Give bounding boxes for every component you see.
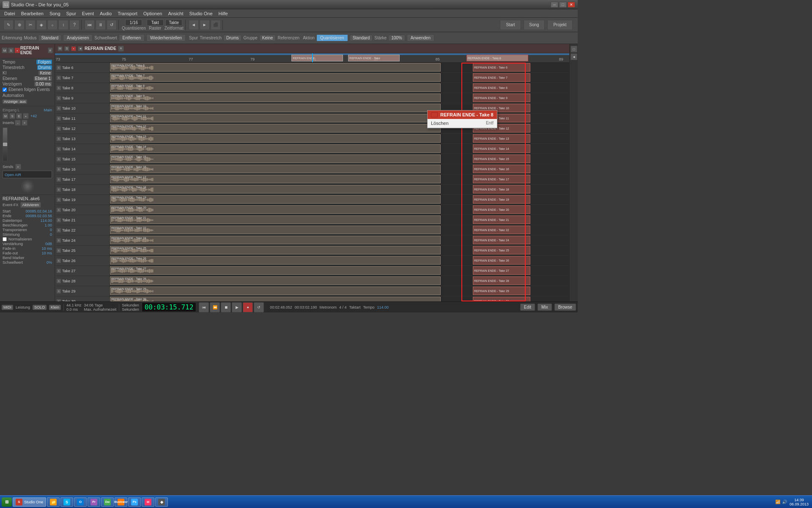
transport-play[interactable]: ▶ bbox=[232, 302, 242, 312]
take-content[interactable]: REFRAIN ENDE - Take 9 REFRAIN ENDE - Tak… bbox=[110, 93, 569, 103]
take-clip[interactable]: REFRAIN ENDE - Take 27 bbox=[110, 266, 441, 275]
transport-loop[interactable]: ↺ bbox=[254, 302, 264, 312]
take-icon[interactable]: s bbox=[57, 137, 61, 141]
transport-stop[interactable]: ⏹ bbox=[221, 302, 231, 312]
take-clip-selected[interactable]: REFRAIN ENDE - Take 30 bbox=[473, 297, 530, 301]
take-content[interactable]: REFRAIN ENDE - Take 30 REFRAIN ENDE - Ta… bbox=[110, 296, 569, 301]
section-menu-btn[interactable]: ≡ bbox=[118, 46, 124, 52]
track-expand-btn[interactable]: ≡ bbox=[48, 47, 53, 53]
mixer-e-btn[interactable]: E bbox=[16, 113, 22, 119]
takte-value[interactable]: Takte bbox=[165, 19, 182, 26]
take-clip-selected[interactable]: REFRAIN ENDE - Take 22 bbox=[473, 226, 530, 234]
right-btn-2[interactable]: ◄ bbox=[571, 53, 577, 60]
take-clip-selected[interactable]: REFRAIN ENDE - Take 26 bbox=[473, 256, 530, 265]
tempo-value[interactable]: Folgen bbox=[36, 60, 52, 64]
tool-btn-6[interactable]: ↕ bbox=[58, 20, 69, 30]
raster-value[interactable]: Takt bbox=[147, 19, 164, 26]
wiederherstellen-btn[interactable]: Wiederherstellen bbox=[146, 34, 186, 41]
take-clip[interactable]: REFRAIN ENDE - Take 17 bbox=[110, 175, 441, 183]
open-air-btn[interactable]: Open AIR bbox=[3, 171, 52, 178]
menu-ansicht[interactable]: Ansicht bbox=[165, 10, 186, 17]
take-clip-selected[interactable]: REFRAIN ENDE - Take 17 bbox=[473, 175, 530, 183]
take-icon[interactable]: s bbox=[57, 116, 61, 121]
take-content[interactable]: REFRAIN ENDE - Take 28 REFRAIN ENDE - Ta… bbox=[110, 276, 569, 286]
take-icon[interactable]: s bbox=[57, 106, 61, 110]
take-clip-selected[interactable]: REFRAIN ENDE - Take 6 bbox=[473, 63, 530, 72]
take-clip[interactable]: REFRAIN ENDE - Take 18 bbox=[110, 185, 441, 193]
tool-btn-5[interactable]: ⬦ bbox=[47, 20, 58, 30]
take-content[interactable]: REFRAIN ENDE - Take 12 REFRAIN ENDE - Ta… bbox=[110, 124, 569, 133]
take-clip[interactable]: REFRAIN ENDE - Take 6 bbox=[110, 63, 441, 72]
take-icon[interactable]: s bbox=[57, 238, 61, 243]
take-icon[interactable]: s bbox=[57, 76, 61, 80]
take-content[interactable]: REFRAIN ENDE - Take 14 REFRAIN ENDE - Ta… bbox=[110, 144, 569, 154]
tool-btn-1[interactable]: ✎ bbox=[3, 20, 14, 30]
menu-event[interactable]: Event bbox=[80, 10, 96, 17]
normalisieren-check[interactable] bbox=[3, 237, 7, 241]
take-content[interactable]: REFRAIN ENDE - Take 22 REFRAIN ENDE - Ta… bbox=[110, 225, 569, 235]
menu-hilfe[interactable]: Hilfe bbox=[216, 10, 230, 17]
play-btn[interactable]: ⏸ bbox=[96, 20, 106, 30]
anwenden-btn[interactable]: Anwenden bbox=[407, 34, 434, 41]
ki-value[interactable]: Keine bbox=[38, 71, 52, 75]
section-s-btn[interactable]: S bbox=[64, 46, 69, 51]
take-content[interactable]: REFRAIN ENDE - Take 15 REFRAIN ENDE - Ta… bbox=[110, 154, 569, 164]
take-content[interactable]: REFRAIN ENDE - Take 21 REFRAIN ENDE - Ta… bbox=[110, 215, 569, 225]
take-clip[interactable]: REFRAIN ENDE - Take 25 bbox=[110, 246, 441, 254]
track-s-btn[interactable]: S bbox=[8, 47, 14, 53]
take-icon[interactable]: s bbox=[57, 157, 61, 161]
take-icon[interactable]: s bbox=[57, 66, 61, 70]
timestretch-value[interactable]: Drums bbox=[37, 65, 52, 70]
take-icon[interactable]: s bbox=[57, 96, 61, 100]
take-icon[interactable]: s bbox=[57, 208, 61, 212]
mixer-rec-btn[interactable]: • bbox=[23, 113, 29, 119]
take-clip[interactable]: REFRAIN ENDE - Take 7 bbox=[110, 73, 441, 82]
take-clip-selected[interactable]: REFRAIN ENDE - Take 25 bbox=[473, 246, 530, 254]
send-knob[interactable] bbox=[21, 180, 34, 193]
take-clip[interactable]: REFRAIN ENDE - Take 14 bbox=[110, 144, 441, 153]
take-clip[interactable]: REFRAIN ENDE - Take 24 bbox=[110, 236, 441, 244]
take-content[interactable]: REFRAIN ENDE - Take 26 REFRAIN ENDE - Ta… bbox=[110, 256, 569, 265]
start-button[interactable]: Start bbox=[500, 20, 521, 30]
transport-prev[interactable]: ⏪ bbox=[210, 302, 220, 312]
minimize-button[interactable]: ─ bbox=[551, 2, 558, 8]
aktivieren-btn[interactable]: Aktivieren bbox=[20, 202, 41, 208]
take-clip[interactable]: REFRAIN ENDE - Take 20 bbox=[110, 205, 441, 214]
take-clip[interactable]: REFRAIN ENDE - Take 16 bbox=[110, 165, 441, 173]
take-content[interactable]: REFRAIN ENDE - Take 18 REFRAIN ENDE - Ta… bbox=[110, 185, 569, 194]
tool-btn-3[interactable]: ✂ bbox=[25, 20, 36, 30]
take-clip[interactable]: REFRAIN ENDE - Take 26 bbox=[110, 256, 441, 265]
take-icon[interactable]: s bbox=[57, 279, 61, 283]
take-icon[interactable]: s bbox=[57, 218, 61, 222]
menu-song[interactable]: Song bbox=[47, 10, 63, 17]
projekt-button[interactable]: Projekt bbox=[547, 20, 573, 30]
take-icon[interactable]: s bbox=[57, 269, 61, 273]
take-clip-selected[interactable]: REFRAIN ENDE - Take 27 bbox=[473, 266, 530, 275]
takes-area[interactable]: s Take 6 REFRAIN ENDE - Take 6 REFRAIN E… bbox=[55, 63, 569, 301]
menu-audio[interactable]: Audio bbox=[97, 10, 114, 17]
take-icon[interactable]: s bbox=[57, 299, 61, 302]
take-clip[interactable]: REFRAIN ENDE - Take 29 bbox=[110, 287, 441, 295]
take-clip-selected[interactable]: REFRAIN ENDE - Take 8 bbox=[473, 83, 530, 92]
menu-studioone[interactable]: Studio One bbox=[187, 10, 215, 17]
mixer-m-btn[interactable]: M bbox=[3, 113, 8, 119]
menu-spur[interactable]: Spur bbox=[64, 10, 79, 17]
ebene-value[interactable]: Ebene 1 bbox=[34, 76, 52, 81]
take-content[interactable]: REFRAIN ENDE - Take 25 REFRAIN ENDE - Ta… bbox=[110, 246, 569, 255]
context-menu-loeschen[interactable]: Löschen Entf bbox=[428, 119, 497, 128]
rewind-btn[interactable]: ⏮ bbox=[85, 20, 95, 30]
take-clip[interactable]: REFRAIN ENDE - Take 11 bbox=[110, 114, 441, 122]
standard-value[interactable]: Standard bbox=[350, 35, 373, 41]
modus-value[interactable]: Standard bbox=[38, 35, 61, 41]
transport-rewind[interactable]: ⏮ bbox=[199, 302, 209, 312]
analysieren-btn[interactable]: Analysieren bbox=[63, 34, 93, 41]
entfernen-btn[interactable]: Entfernen bbox=[119, 34, 145, 41]
take-content[interactable]: REFRAIN ENDE - Take 6 REFRAIN ENDE - Tak… bbox=[110, 63, 569, 72]
take-clip-selected[interactable]: REFRAIN ENDE - Take 18 bbox=[473, 185, 530, 193]
take-content[interactable]: REFRAIN ENDE - Take 7 REFRAIN ENDE - Tak… bbox=[110, 73, 569, 83]
take-content[interactable]: REFRAIN ENDE - Take 24 REFRAIN ENDE - Ta… bbox=[110, 235, 569, 245]
take-clip-selected[interactable]: REFRAIN ENDE - Take 13 bbox=[473, 134, 530, 143]
timeline-header[interactable]: 73 75 77 79 81 83 85 87 89 REFRAIN ENDE … bbox=[55, 53, 569, 63]
take-content[interactable]: REFRAIN ENDE - Take 27 REFRAIN ENDE - Ta… bbox=[110, 266, 569, 276]
take-content[interactable]: REFRAIN ENDE - Take 10 REFRAIN ENDE - Ta… bbox=[110, 103, 569, 113]
